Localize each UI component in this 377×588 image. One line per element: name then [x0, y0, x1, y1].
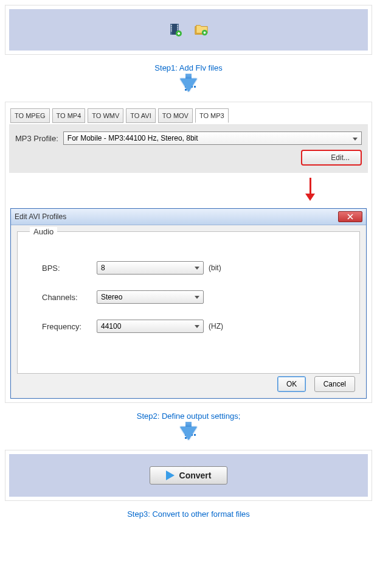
dialog-titlebar: Edit AVI Profiles — [11, 209, 366, 225]
step3-caption: Step3: Convert to other format files — [5, 506, 372, 525]
frequency-unit: (HZ) — [209, 322, 223, 331]
svg-rect-9 — [178, 29, 179, 30]
svg-rect-4 — [171, 27, 172, 28]
svg-rect-6 — [171, 30, 172, 32]
step3-panel: Convert — [5, 450, 372, 501]
step2-panel: TO MPEG TO MP4 TO WMV TO AVI TO MOV TO M… — [5, 102, 372, 403]
svg-rect-7 — [178, 25, 179, 26]
svg-rect-3 — [171, 25, 172, 26]
tab-to-mp3[interactable]: TO MP3 — [195, 108, 229, 123]
convert-label: Convert — [179, 471, 212, 480]
play-icon — [166, 471, 175, 480]
step1-panel — [5, 5, 372, 55]
tab-to-wmv[interactable]: TO WMV — [88, 108, 123, 123]
tab-to-mpeg[interactable]: TO MPEG — [10, 108, 50, 123]
step3-toolbar: Convert — [9, 454, 368, 497]
channels-value: Stereo — [101, 293, 122, 301]
add-folder-icon[interactable] — [194, 23, 209, 37]
bps-label: BPS: — [42, 264, 97, 273]
tab-to-mp4[interactable]: TO MP4 — [52, 108, 86, 123]
dialog-footer: OK Cancel — [17, 374, 360, 392]
audio-fieldset: Audio BPS: 8 (bit) Channels: Stereo — [17, 231, 360, 374]
edit-button[interactable]: Edit... — [301, 150, 362, 166]
channels-select[interactable]: Stereo — [97, 290, 204, 304]
arrow-down-icon — [5, 79, 372, 102]
frequency-value: 44100 — [101, 322, 121, 331]
svg-rect-8 — [178, 27, 179, 28]
bps-row: BPS: 8 (bit) — [42, 261, 347, 275]
red-arrow-icon — [252, 178, 368, 201]
svg-rect-16 — [204, 32, 206, 34]
mp3-profile-select[interactable]: For Mobile - MP3:44100 Hz, Stereo, 8bit — [63, 131, 362, 145]
cancel-button[interactable]: Cancel — [314, 376, 355, 392]
dialog-body: Audio BPS: 8 (bit) Channels: Stereo — [11, 225, 366, 398]
step1-toolbar — [9, 9, 368, 51]
convert-button[interactable]: Convert — [150, 466, 228, 485]
arrow-down-icon — [5, 427, 372, 450]
svg-rect-13 — [178, 32, 179, 35]
audio-legend: Audio — [30, 227, 57, 236]
frequency-row: Frequency: 44100 (HZ) — [42, 320, 347, 333]
close-icon[interactable] — [338, 211, 362, 222]
add-video-file-icon[interactable] — [168, 23, 183, 37]
profile-label: MP3 Profile: — [15, 134, 58, 143]
channels-label: Channels: — [42, 293, 97, 302]
bps-select[interactable]: 8 — [97, 261, 204, 275]
bps-unit: (bit) — [209, 264, 221, 272]
svg-rect-5 — [171, 29, 172, 30]
bps-value: 8 — [101, 264, 105, 272]
edit-profile-dialog: Edit AVI Profiles Audio BPS: 8 (bit) — [10, 208, 367, 399]
format-tabs: TO MPEG TO MP4 TO WMV TO AVI TO MOV TO M… — [9, 106, 368, 124]
ok-button[interactable]: OK — [277, 376, 306, 392]
profile-row: MP3 Profile: For Mobile - MP3:44100 Hz, … — [9, 124, 368, 173]
frequency-label: Frequency: — [42, 322, 97, 331]
dialog-title: Edit AVI Profiles — [15, 212, 66, 221]
mp3-profile-value: For Mobile - MP3:44100 Hz, Stereo, 8bit — [67, 134, 198, 142]
frequency-select[interactable]: 44100 — [97, 320, 204, 333]
channels-row: Channels: Stereo — [42, 290, 347, 304]
tab-to-avi[interactable]: TO AVI — [126, 108, 155, 123]
tab-to-mov[interactable]: TO MOV — [158, 108, 193, 123]
